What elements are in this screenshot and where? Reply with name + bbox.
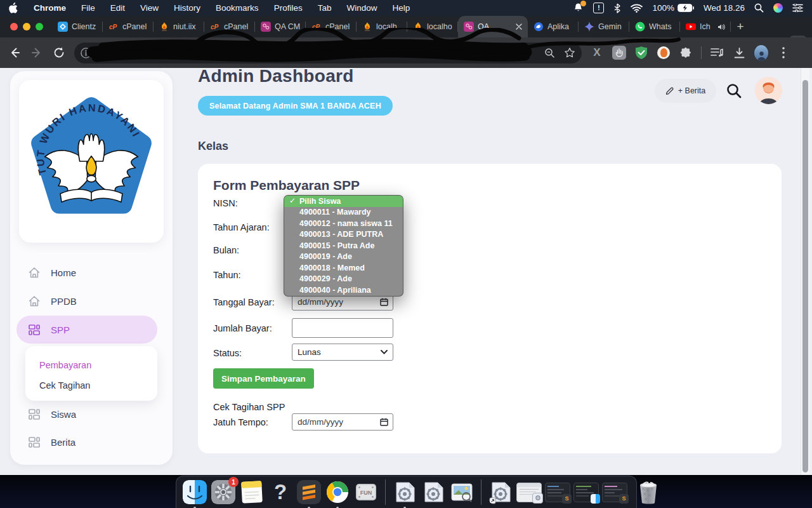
browser-profile-avatar[interactable] xyxy=(754,46,768,60)
menu-window[interactable]: Window xyxy=(346,3,377,13)
jumlah-bayar-input[interactable] xyxy=(292,318,393,338)
extensions-puzzle-icon[interactable] xyxy=(679,46,693,60)
maximize-window-button[interactable] xyxy=(36,23,43,30)
tab-youtube[interactable]: Ich xyxy=(680,16,731,37)
tab-localhost-1[interactable]: localh xyxy=(357,16,407,37)
simpan-pembayaran-button[interactable]: Simpan Pembayaran xyxy=(213,368,314,389)
tab-whatsapp[interactable]: Whats xyxy=(629,16,680,37)
menu-help[interactable]: Help xyxy=(392,3,410,13)
sidebar-item-berita[interactable]: Berita xyxy=(16,428,157,456)
sidebar-item-ppdb[interactable]: PPDB xyxy=(16,287,157,315)
browser-menu-icon[interactable] xyxy=(776,46,790,60)
tab-qa-cms-1[interactable]: QA CM xyxy=(255,16,306,37)
menu-view[interactable]: View xyxy=(140,3,159,13)
dropdown-option[interactable]: 4900012 - nama siswa 11 xyxy=(284,218,403,229)
dock-settings-icon[interactable]: 1 xyxy=(211,479,236,505)
menu-history[interactable]: History xyxy=(174,3,200,13)
forward-button[interactable] xyxy=(30,46,44,60)
control-center-icon[interactable] xyxy=(792,4,803,12)
dock-trash-icon[interactable] xyxy=(636,479,661,505)
tab-cpanel-1[interactable]: cP cPanel xyxy=(103,16,154,37)
close-window-button[interactable] xyxy=(10,23,18,30)
menu-file[interactable]: File xyxy=(81,3,95,13)
tab-localhost-2[interactable]: localho xyxy=(407,16,458,37)
admin-avatar[interactable] xyxy=(755,77,782,104)
dropdown-option[interactable]: 4900011 - Mawardy xyxy=(284,207,403,218)
grid-icon xyxy=(28,324,41,336)
siri-icon[interactable] xyxy=(773,3,783,13)
sidebar-item-label: Berita xyxy=(51,437,75,448)
tab-client[interactable]: Clientz xyxy=(52,16,103,37)
new-tab-button[interactable]: + xyxy=(731,16,750,37)
menu-edit[interactable]: Edit xyxy=(110,3,125,13)
dock-pictures-icon[interactable] xyxy=(449,479,475,505)
page-scrollbar-thumb[interactable] xyxy=(802,80,808,472)
dock-minimized-window-code-2[interactable] xyxy=(573,479,599,505)
dropdown-option[interactable]: 4900040 - Apriliana xyxy=(284,284,403,296)
bookmark-star-icon[interactable] xyxy=(564,47,575,58)
dropdown-option[interactable]: 4900019 - Ade xyxy=(284,251,403,263)
menu-bookmarks[interactable]: Bookmarks xyxy=(216,3,259,13)
dock-missing-app-icon[interactable]: ? xyxy=(268,479,293,505)
jatuh-tempo-input[interactable] xyxy=(292,413,393,431)
dock-installer-icon[interactable] xyxy=(421,479,446,505)
menubar-clock[interactable]: Wed 18.26 xyxy=(704,3,745,13)
svg-text:cP: cP xyxy=(211,23,219,30)
dropdown-option-selected[interactable]: ✓ Pilih Siswa xyxy=(284,196,403,207)
url-text[interactable]: form_pembayaran.php xyxy=(436,48,522,58)
status-select[interactable]: Lunas xyxy=(292,344,393,361)
tab-aplikasi[interactable]: Aplika xyxy=(528,16,579,37)
dock-notes-icon[interactable] xyxy=(239,479,265,505)
extension-x-icon[interactable]: X xyxy=(590,46,604,60)
dock-minimized-window-code-3[interactable]: S xyxy=(602,479,627,505)
extension-hand-icon[interactable] xyxy=(612,46,626,60)
tab-niut[interactable]: niut.iix xyxy=(154,16,204,37)
tab-cpanel-3[interactable]: cP cPanel xyxy=(306,16,357,37)
add-berita-button[interactable]: + Berita xyxy=(655,79,716,103)
bluetooth-icon[interactable] xyxy=(613,3,621,13)
menubar-app-name[interactable]: Chrome xyxy=(34,3,66,13)
notification-bell-icon[interactable] xyxy=(573,3,584,13)
minimize-window-button[interactable] xyxy=(23,23,30,30)
spotlight-search-icon[interactable] xyxy=(754,3,764,13)
dock-chrome-icon[interactable] xyxy=(325,479,350,505)
dropdown-option[interactable]: 4900018 - Memed xyxy=(284,262,403,274)
sidebar-item-home[interactable]: Home xyxy=(16,258,157,286)
reload-button[interactable] xyxy=(52,46,66,60)
dock-installer-icon[interactable] xyxy=(392,479,417,505)
dashboard-search-icon[interactable] xyxy=(726,83,742,99)
extension-proxy-icon[interactable] xyxy=(657,46,671,60)
dock-fun-drive-icon[interactable]: FUN xyxy=(353,479,379,505)
tab-cpanel-2[interactable]: cP cPanel xyxy=(204,16,255,37)
apple-icon[interactable] xyxy=(9,3,18,13)
dock-installer-alias-icon[interactable] xyxy=(488,479,513,505)
sidebar-item-spp[interactable]: SPP xyxy=(16,316,157,344)
tab-audio-icon[interactable] xyxy=(717,23,725,30)
dock-minimized-window-files[interactable] xyxy=(516,479,542,505)
zoom-page-icon[interactable] xyxy=(544,48,555,58)
browser-toolbar: form_pembayaran.php X xyxy=(0,37,812,68)
alert-badge-icon[interactable]: ! xyxy=(593,3,604,13)
menu-profiles[interactable]: Profiles xyxy=(274,3,303,13)
tahun-label: Tahun: xyxy=(213,270,241,280)
close-tab-icon[interactable] xyxy=(516,23,522,30)
extension-adguard-icon[interactable] xyxy=(634,46,648,60)
dropdown-option[interactable]: 4900015 - Putra Ade xyxy=(284,240,403,251)
tab-gemini[interactable]: Gemin xyxy=(579,16,629,37)
submenu-item-pembayaran[interactable]: Pembayaran xyxy=(39,355,157,375)
dropdown-option[interactable]: 4900013 - ADE PUTRA xyxy=(284,229,403,241)
back-button[interactable] xyxy=(8,46,22,60)
submenu-item-cek-tagihan[interactable]: Cek Tagihan xyxy=(39,375,157,396)
dropdown-option[interactable]: 4900029 - Ade xyxy=(284,274,403,285)
dock-minimized-window-code-1[interactable]: S xyxy=(545,479,570,505)
media-controls-icon[interactable] xyxy=(710,46,724,60)
menu-tab[interactable]: Tab xyxy=(318,3,332,13)
address-bar[interactable]: form_pembayaran.php xyxy=(74,43,582,64)
site-info-icon[interactable] xyxy=(81,48,91,58)
wifi-icon[interactable] xyxy=(631,4,643,13)
sidebar-item-siswa[interactable]: Siswa xyxy=(16,400,157,428)
downloads-icon[interactable] xyxy=(732,46,746,60)
dock-finder-icon[interactable] xyxy=(182,479,207,505)
dock-sublime-icon[interactable] xyxy=(296,479,322,505)
tab-qa-cms-active[interactable]: QA xyxy=(458,16,528,37)
